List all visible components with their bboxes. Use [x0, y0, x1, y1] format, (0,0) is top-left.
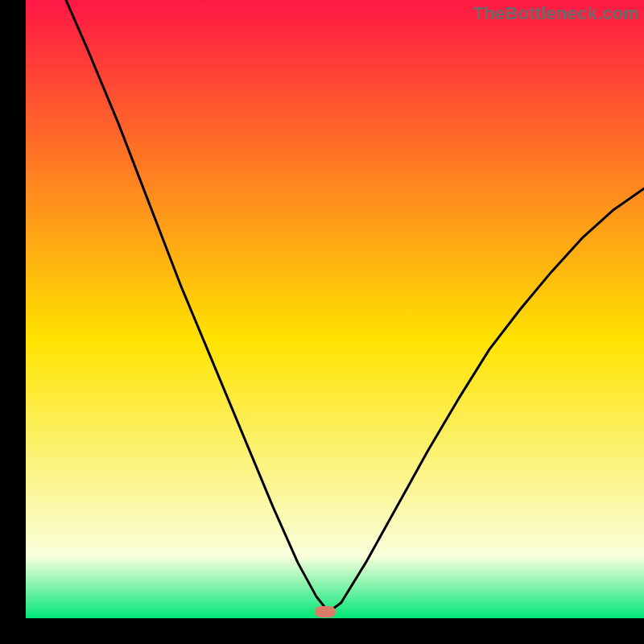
watermark-text: TheBottleneck.com [473, 3, 639, 24]
bottleneck-plot [26, 0, 644, 618]
chart-frame: TheBottleneck.com [0, 0, 644, 644]
gradient-background [26, 0, 644, 618]
optimum-marker [315, 606, 336, 617]
